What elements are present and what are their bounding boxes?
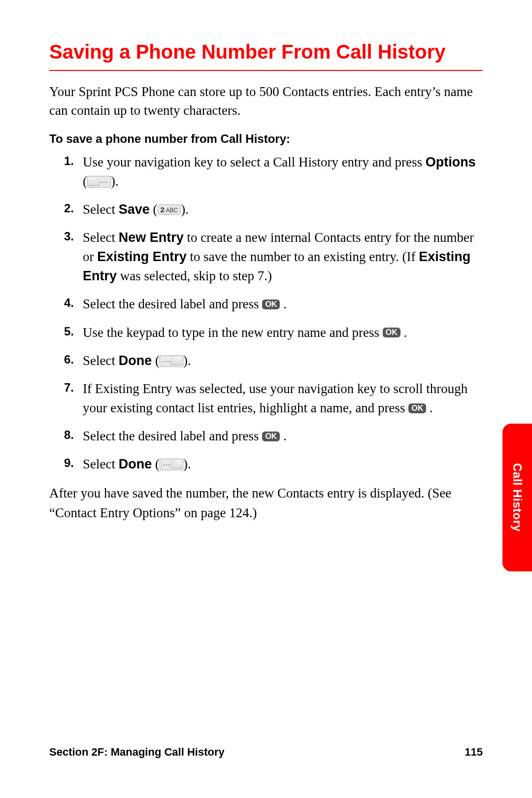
page-footer: Section 2F: Managing Call History 115 <box>49 746 483 759</box>
step-text: Select the desired label and press <box>83 429 262 443</box>
step-number: 7. <box>64 379 74 397</box>
existing-entry-label: Existing Entry <box>97 249 187 264</box>
step-1: 1. Use your navigation key to select a C… <box>64 153 483 191</box>
closing-paragraph: After you have saved the number, the new… <box>49 484 483 522</box>
side-tab: Call History <box>502 424 532 571</box>
key-2-icon: 2 ABC <box>158 204 181 215</box>
step-number: 1. <box>64 153 74 170</box>
step-5: 5. Use the keypad to type in the new ent… <box>64 323 483 342</box>
step-8: 8. Select the desired label and press OK… <box>64 427 483 446</box>
step-text: ( <box>152 353 160 368</box>
done-label: Done <box>119 457 152 471</box>
step-text: Select <box>83 202 119 217</box>
done-label: Done <box>119 353 152 368</box>
step-4: 4. Select the desired label and press OK… <box>64 295 483 314</box>
steps-list: 1. Use your navigation key to select a C… <box>49 153 483 474</box>
step-text: ). <box>183 353 191 368</box>
step-9: 9. Select Done (). <box>64 455 483 474</box>
step-text: ). <box>183 457 191 471</box>
step-text: . <box>426 400 433 415</box>
step-number: 2. <box>64 200 74 217</box>
step-7: 7. If Existing Entry was selected, use y… <box>64 379 483 418</box>
step-number: 3. <box>64 228 74 245</box>
step-text: . <box>400 325 407 340</box>
ok-button-icon: OK <box>262 432 280 441</box>
step-2: 2. Select Save (2 ABC). <box>64 200 483 219</box>
step-text: Select the desired label and press <box>83 297 262 311</box>
step-text: ( <box>150 202 158 217</box>
manual-page: Saving a Phone Number From Call History … <box>0 0 532 798</box>
step-text: ). <box>111 174 119 189</box>
side-tab-label: Call History <box>510 463 524 532</box>
right-softkey-icon <box>87 176 111 188</box>
step-number: 9. <box>64 455 74 472</box>
options-label: Options <box>426 155 476 169</box>
intro-paragraph: Your Sprint PCS Phone can store up to 50… <box>49 83 483 120</box>
left-softkey-icon <box>160 355 183 367</box>
step-text: . <box>280 297 287 311</box>
step-text: ( <box>152 457 160 471</box>
procedure-subhead: To save a phone number from Call History… <box>49 132 483 146</box>
step-number: 8. <box>64 427 74 444</box>
step-text: was selected, skip to step 7.) <box>117 268 272 283</box>
ok-button-icon: OK <box>408 403 426 413</box>
step-text: Select <box>83 230 119 245</box>
step-text: ). <box>181 202 189 217</box>
step-number: 6. <box>64 351 74 368</box>
step-text: . <box>280 429 287 443</box>
step-text: Select <box>83 457 119 471</box>
new-entry-label: New Entry <box>119 230 184 245</box>
ok-button-icon: OK <box>262 299 280 309</box>
step-number: 4. <box>64 295 74 312</box>
step-text: Use the keypad to type in the new entry … <box>83 325 383 340</box>
save-label: Save <box>119 202 150 217</box>
step-text: Use your navigation key to select a Call… <box>83 155 426 169</box>
page-number: 115 <box>465 746 483 759</box>
step-text: ( <box>83 174 87 189</box>
page-title: Saving a Phone Number From Call History <box>49 39 483 64</box>
step-3: 3. Select New Entry to create a new inte… <box>64 228 483 286</box>
step-text: to save the number to an existing entry.… <box>187 249 419 264</box>
ok-button-icon: OK <box>383 328 400 337</box>
step-number: 5. <box>64 323 74 340</box>
title-rule <box>49 70 483 71</box>
footer-section: Section 2F: Managing Call History <box>49 746 225 759</box>
step-6: 6. Select Done (). <box>64 351 483 370</box>
left-softkey-icon <box>160 459 183 470</box>
step-text: Select <box>83 353 119 368</box>
